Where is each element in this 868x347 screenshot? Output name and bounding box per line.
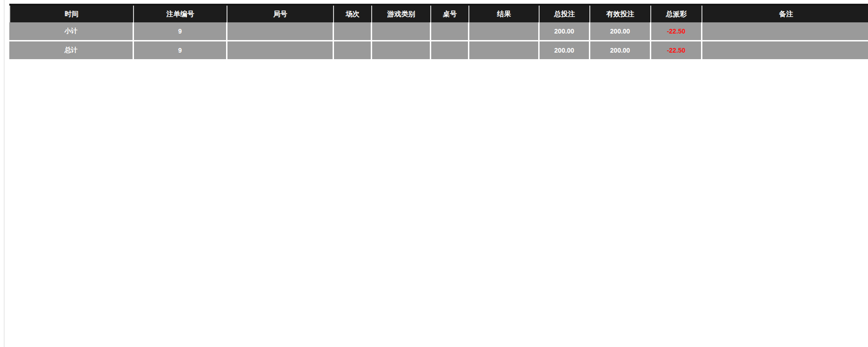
col-header-session: 场次 — [334, 6, 372, 22]
total-count: 9 — [134, 41, 227, 61]
subtotal-empty-cell — [334, 22, 372, 41]
total-empty-cell — [431, 41, 469, 61]
total-label: 总计 — [9, 41, 134, 61]
col-header-game-type: 游戏类别 — [372, 6, 431, 22]
col-header-valid-bet: 有效投注 — [590, 6, 651, 22]
subtotal-label: 小计 — [9, 22, 134, 41]
bet-records-table: 时间 注单编号 局号 场次 游戏类别 桌号 结果 总投注 有效投注 总派彩 备注… — [9, 4, 868, 61]
table-header-row: 时间 注单编号 局号 场次 游戏类别 桌号 结果 总投注 有效投注 总派彩 备注 — [9, 6, 868, 22]
col-header-remark: 备注 — [702, 6, 868, 22]
total-empty-cell — [227, 41, 334, 61]
col-header-payout: 总派彩 — [651, 6, 702, 22]
subtotal-empty-cell — [372, 22, 431, 41]
subtotal-total-bet: 200.00 — [540, 22, 590, 41]
total-total-bet: 200.00 — [540, 41, 590, 61]
total-empty-cell — [702, 41, 868, 61]
subtotal-empty-cell — [469, 22, 540, 41]
total-empty-cell — [469, 41, 540, 61]
page-left-edge — [4, 0, 5, 347]
col-header-time: 时间 — [9, 6, 134, 22]
col-header-result: 结果 — [469, 6, 540, 22]
subtotal-row: 小计 9 200.00 200.00 -22.50 — [9, 22, 868, 41]
total-empty-cell — [334, 41, 372, 61]
col-header-round-no: 局号 — [227, 6, 334, 22]
total-empty-cell — [372, 41, 431, 61]
subtotal-valid-bet: 200.00 — [590, 22, 651, 41]
subtotal-empty-cell — [702, 22, 868, 41]
subtotal-empty-cell — [227, 22, 334, 41]
col-header-table-no: 桌号 — [431, 6, 469, 22]
bet-records-panel: 时间 注单编号 局号 场次 游戏类别 桌号 结果 总投注 有效投注 总派彩 备注… — [9, 4, 868, 61]
col-header-total-bet: 总投注 — [540, 6, 590, 22]
subtotal-payout: -22.50 — [651, 22, 702, 41]
total-row: 总计 9 200.00 200.00 -22.50 — [9, 41, 868, 61]
total-valid-bet: 200.00 — [590, 41, 651, 61]
total-payout: -22.50 — [651, 41, 702, 61]
subtotal-count: 9 — [134, 22, 227, 41]
subtotal-empty-cell — [431, 22, 469, 41]
col-header-order-no: 注单编号 — [134, 6, 227, 22]
